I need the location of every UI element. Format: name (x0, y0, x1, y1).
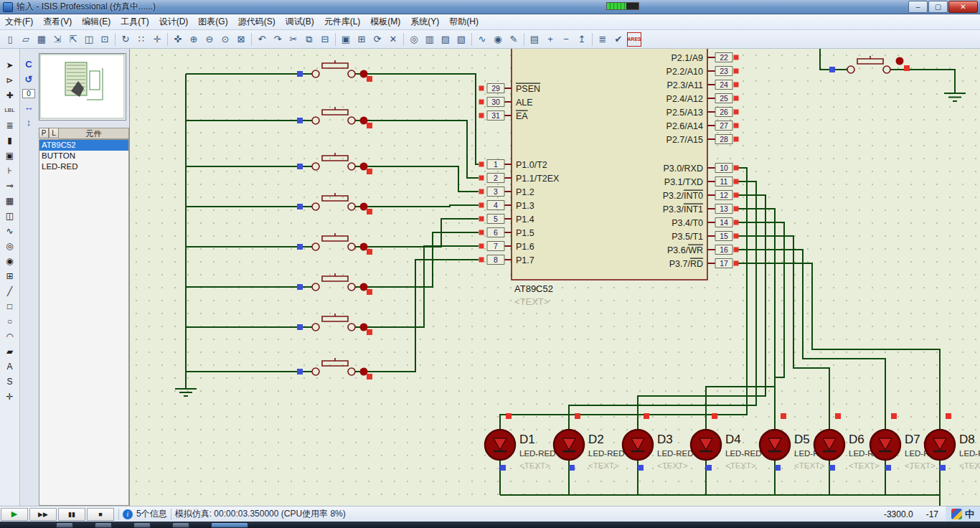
menu-source[interactable]: 源代码(S) (233, 14, 281, 30)
terminal-icon[interactable]: ⊦ (2, 163, 18, 178)
wire-autorouter-icon[interactable]: ∿ (475, 32, 489, 47)
menu-template[interactable]: 模板(M) (365, 14, 405, 30)
graphics-arc-icon[interactable]: ◠ (2, 329, 18, 344)
save-icon[interactable]: ▦ (34, 32, 49, 47)
maximize-button[interactable]: ▢ (928, 1, 948, 13)
rotate-ccw-icon[interactable]: ↺ (25, 74, 33, 85)
pan-icon[interactable]: ✜ (171, 32, 185, 47)
minimize-button[interactable]: – (908, 1, 928, 13)
input-method-mode[interactable]: 中 (965, 508, 974, 521)
taskbar-window-button[interactable] (95, 522, 112, 528)
message-count[interactable]: 5个信息 (136, 508, 167, 520)
cut-icon[interactable]: ✂ (286, 32, 301, 47)
input-method-bar[interactable]: 中 (946, 506, 980, 522)
graphics-line-icon[interactable]: ╱ (2, 283, 18, 298)
button-actuator[interactable] (360, 243, 368, 251)
simulate-stop-button[interactable]: ■ (87, 508, 114, 521)
simulate-run-button[interactable]: ▶ (1, 508, 28, 521)
subcircuit-icon[interactable]: ▣ (2, 148, 18, 163)
schematic-canvas[interactable]: 29 30 31 1 2 3 4 5 6 7 8 22 23 24 25 26 … (129, 49, 980, 506)
paste-icon[interactable]: ⊟ (318, 32, 332, 47)
remove-sheet-icon[interactable]: − (559, 32, 573, 47)
block-delete-icon[interactable]: ✕ (386, 32, 400, 47)
netlist-ares-icon[interactable]: ARES (627, 32, 641, 47)
library-button[interactable]: L (49, 128, 59, 138)
menu-help[interactable]: 帮助(H) (444, 14, 484, 30)
taskbar-window-button[interactable] (56, 522, 73, 528)
new-file-icon[interactable]: ▯ (3, 32, 17, 47)
export-icon[interactable]: ⇱ (66, 32, 80, 47)
close-button[interactable]: ✕ (948, 1, 978, 13)
current-probe-icon[interactable]: ◉ (2, 253, 18, 268)
graphics-path-icon[interactable]: ▰ (2, 344, 18, 359)
zoom-area-icon[interactable]: ⊠ (234, 32, 248, 47)
list-item-led-red[interactable]: LED-RED (39, 161, 128, 172)
button-actuator[interactable] (360, 70, 368, 78)
input-method-icon[interactable] (951, 509, 962, 519)
packaging-tool-icon[interactable]: ▨ (438, 32, 453, 47)
taskbar-window-button[interactable] (211, 522, 248, 528)
taskbar-window-button[interactable] (133, 522, 151, 528)
simulate-step-button[interactable]: ▶▶ (29, 508, 57, 521)
copy-icon[interactable]: ⧉ (302, 32, 316, 47)
mark-output-icon[interactable]: ⊡ (98, 32, 112, 47)
graphics-circle-icon[interactable]: ○ (2, 314, 18, 329)
virtual-instruments-icon[interactable]: ⊞ (2, 268, 18, 283)
search-tag-icon[interactable]: ◉ (491, 32, 505, 47)
redraw-icon[interactable]: ↻ (118, 32, 133, 47)
mirror-vertical-icon[interactable]: ↕ (27, 117, 32, 128)
button-actuator[interactable] (360, 324, 368, 331)
origin-icon[interactable]: ✛ (150, 32, 164, 47)
wire-label-icon[interactable]: LBL (2, 103, 18, 118)
import-icon[interactable]: ⇲ (50, 32, 65, 47)
text-script-icon[interactable]: ≣ (2, 118, 18, 133)
zoom-out-icon[interactable]: ⊖ (202, 32, 217, 47)
zoom-in-icon[interactable]: ⊕ (187, 32, 201, 47)
design-explorer-icon[interactable]: ▤ (527, 32, 542, 47)
bill-of-materials-icon[interactable]: ≣ (595, 32, 610, 47)
block-copy-icon[interactable]: ▣ (339, 32, 353, 47)
block-move-icon[interactable]: ⊞ (354, 32, 369, 47)
component-mode-icon[interactable]: ⊳ (2, 72, 18, 88)
menu-graph[interactable]: 图表(G) (193, 14, 232, 30)
menu-system[interactable]: 系统(Y) (405, 14, 444, 30)
menu-library[interactable]: 元件库(L) (319, 14, 366, 30)
menu-file[interactable]: 文件(F) (0, 14, 38, 30)
generator-icon[interactable]: ∿ (2, 223, 18, 238)
undo-icon[interactable]: ↶ (255, 32, 269, 47)
menu-tools[interactable]: 工具(T) (116, 14, 154, 30)
button-actuator[interactable] (360, 117, 368, 125)
pick-parts-button[interactable]: P (39, 128, 49, 138)
list-item-button[interactable]: BUTTON (39, 151, 128, 161)
graph-mode-icon[interactable]: ▦ (2, 193, 18, 208)
graphics-box-icon[interactable]: □ (2, 298, 18, 314)
menu-design[interactable]: 设计(D) (154, 14, 194, 30)
menu-view[interactable]: 查看(V) (38, 14, 77, 30)
grid-toggle-icon[interactable]: ∷ (134, 32, 149, 47)
print-icon[interactable]: ◫ (82, 32, 96, 47)
tape-recorder-icon[interactable]: ◫ (2, 208, 18, 223)
new-sheet-icon[interactable]: + (543, 32, 557, 47)
rotate-cw-icon[interactable]: C (25, 59, 32, 70)
rotation-angle-field[interactable]: 0 (22, 89, 35, 98)
redo-icon[interactable]: ↷ (270, 32, 285, 47)
button-actuator[interactable] (360, 368, 368, 376)
menu-edit[interactable]: 编辑(E) (77, 14, 116, 30)
junction-dot-icon[interactable]: ✚ (2, 88, 18, 103)
voltage-probe-icon[interactable]: ◎ (2, 238, 18, 253)
schematic-overview[interactable] (39, 53, 126, 121)
button-actuator[interactable] (360, 203, 368, 211)
bus-icon[interactable]: ▮ (2, 133, 18, 148)
block-rotate-icon[interactable]: ⟳ (370, 32, 385, 47)
zoom-all-icon[interactable]: ⊙ (218, 32, 232, 47)
button-actuator[interactable] (360, 163, 368, 171)
device-pin-icon[interactable]: ⊸ (2, 178, 18, 193)
taskbar-window-button[interactable] (172, 522, 189, 528)
goto-sheet-icon[interactable]: ↥ (575, 32, 589, 47)
marker-icon[interactable]: ✛ (2, 389, 18, 404)
selection-mode-icon[interactable]: ➤ (2, 57, 18, 72)
button-actuator[interactable] (360, 283, 368, 291)
open-folder-icon[interactable]: ▱ (19, 32, 33, 47)
graphics-symbol-icon[interactable]: S (2, 374, 18, 389)
property-assignment-icon[interactable]: ✎ (507, 32, 521, 47)
